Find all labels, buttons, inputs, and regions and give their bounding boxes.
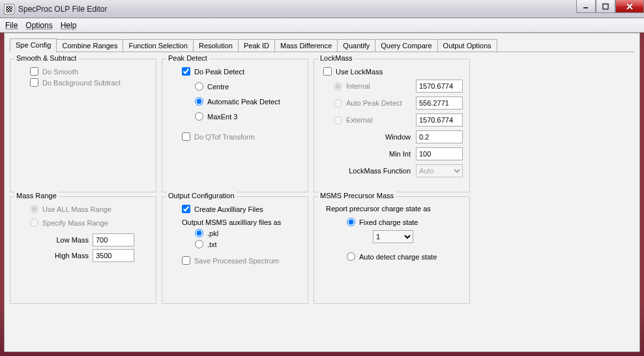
tab-strip: Spe Config Combine Ranges Function Selec…: [10, 38, 634, 52]
tab-function-selection[interactable]: Function Selection: [123, 39, 194, 52]
label-low-mass: Low Mass: [43, 236, 89, 244]
select-lm-function[interactable]: Auto: [416, 164, 463, 177]
label-do-peak-detect: Do Peak Detect: [194, 68, 244, 76]
group-msms-precursor: MSMS Precursor Mass Report precursor cha…: [314, 196, 470, 304]
tab-quantify[interactable]: Quantify: [338, 39, 375, 52]
label-use-all-mass: Use ALL Mass Range: [42, 205, 111, 213]
radio-maxent3[interactable]: [195, 112, 203, 121]
group-mass-range: Mass Range Use ALL Mass Range Specify Ma…: [10, 196, 156, 304]
select-fixed-charge[interactable]: 1: [373, 230, 413, 243]
menu-options[interactable]: Options: [25, 21, 52, 30]
legend-peak-detect: Peak Detect: [166, 54, 209, 62]
legend-output-config: Output Configuration: [166, 192, 237, 200]
input-high-mass[interactable]: [93, 249, 134, 262]
tab-spe-config[interactable]: Spe Config: [10, 38, 57, 52]
client-area: Spe Config Combine Ranges Function Selec…: [4, 33, 640, 352]
label-lm-internal: Internal: [346, 82, 370, 90]
label-report-charge: Report precursor charge state as: [326, 205, 431, 213]
label-lm-function: LockMass Function: [349, 167, 411, 175]
label-lm-minint: Min Int: [389, 150, 411, 158]
menu-file[interactable]: File: [5, 21, 18, 30]
input-low-mass[interactable]: [93, 233, 134, 246]
label-specify-mass: Specify Mass Range: [42, 219, 108, 227]
svg-rect-1: [603, 4, 608, 9]
radio-pkl[interactable]: [195, 229, 203, 237]
maximize-button[interactable]: [596, 0, 615, 13]
input-lm-window[interactable]: [416, 130, 463, 143]
label-high-mass: High Mass: [43, 252, 89, 260]
checkbox-qtof-transform[interactable]: [182, 132, 190, 141]
close-button[interactable]: [615, 0, 644, 13]
label-fixed-charge: Fixed charge state: [359, 218, 418, 226]
label-lm-window: Window: [385, 133, 411, 141]
label-create-aux: Create Auxilliary Files: [194, 205, 263, 213]
input-lm-external[interactable]: [416, 113, 463, 126]
radio-auto-charge[interactable]: [347, 252, 355, 261]
legend-smooth: Smooth & Subtract: [14, 54, 78, 62]
radio-txt[interactable]: [195, 240, 203, 248]
radio-specify-mass[interactable]: [30, 218, 38, 227]
window-title: SpecProc OLP File Editor: [18, 5, 108, 14]
group-output-config: Output Configuration Create Auxilliary F…: [162, 196, 308, 304]
checkbox-do-peak-detect[interactable]: [182, 67, 190, 76]
label-output-msms-as: Output MSMS auxilliary files as: [182, 218, 281, 226]
checkbox-use-lockmass[interactable]: [323, 67, 332, 76]
label-do-bg-subtract: Do Background Subtract: [42, 79, 121, 87]
radio-fixed-charge[interactable]: [347, 218, 355, 226]
legend-msms: MSMS Precursor Mass: [318, 192, 396, 200]
label-centre: Centre: [207, 83, 229, 91]
radio-lm-external[interactable]: [334, 116, 342, 125]
legend-lockmass: LockMass: [318, 54, 355, 62]
label-auto-charge: Auto detect charge state: [359, 253, 437, 261]
label-maxent3: MaxEnt 3: [207, 113, 237, 121]
tab-peak-id[interactable]: Peak ID: [239, 39, 275, 52]
tab-resolution[interactable]: Resolution: [194, 39, 239, 52]
checkbox-do-smooth[interactable]: [30, 67, 38, 76]
label-pkl: .pkl: [207, 230, 218, 237]
group-peak-detect: Peak Detect Do Peak Detect Centre Automa…: [162, 59, 308, 192]
input-lm-minint[interactable]: [416, 147, 463, 160]
label-qtof-transform: Do QTof Transform: [194, 133, 255, 141]
tab-combine-ranges[interactable]: Combine Ranges: [57, 39, 123, 52]
group-smooth-subtract: Smooth & Subtract Do Smooth Do Backgroun…: [10, 59, 156, 192]
minimize-button[interactable]: [576, 0, 596, 13]
legend-mass-range: Mass Range: [14, 192, 59, 200]
window-controls: [576, 0, 644, 13]
input-lm-auto[interactable]: [416, 96, 463, 110]
input-lm-internal[interactable]: [416, 80, 463, 93]
titlebar: SpecProc OLP File Editor: [0, 0, 644, 18]
checkbox-do-bg-subtract[interactable]: [30, 78, 38, 87]
checkbox-create-aux[interactable]: [182, 205, 190, 213]
radio-auto-peak-detect[interactable]: [195, 97, 203, 106]
radio-lm-auto[interactable]: [334, 99, 342, 108]
radio-centre[interactable]: [195, 82, 203, 91]
tab-mass-difference[interactable]: Mass Difference: [275, 39, 338, 52]
tab-query-compare[interactable]: Query Compare: [375, 39, 437, 52]
label-lm-auto: Auto Peak Detect: [346, 99, 402, 107]
checkbox-save-processed[interactable]: [182, 256, 190, 265]
label-save-processed: Save Processed Spectrum: [194, 257, 279, 265]
label-do-smooth: Do Smooth: [42, 68, 78, 76]
label-txt: .txt: [207, 241, 217, 248]
menu-help[interactable]: Help: [61, 21, 77, 30]
tab-output-options[interactable]: Output Options: [438, 39, 497, 52]
app-icon: [4, 4, 14, 14]
label-lm-external: External: [346, 116, 372, 124]
group-lockmass: LockMass Use LockMass Internal Auto Peak…: [314, 59, 470, 192]
label-auto-peak-detect: Automatic Peak Detect: [207, 98, 280, 106]
menubar: File Options Help: [0, 18, 644, 33]
radio-use-all-mass[interactable]: [30, 205, 38, 213]
radio-lm-internal[interactable]: [334, 82, 342, 91]
label-use-lockmass: Use LockMass: [336, 68, 383, 76]
